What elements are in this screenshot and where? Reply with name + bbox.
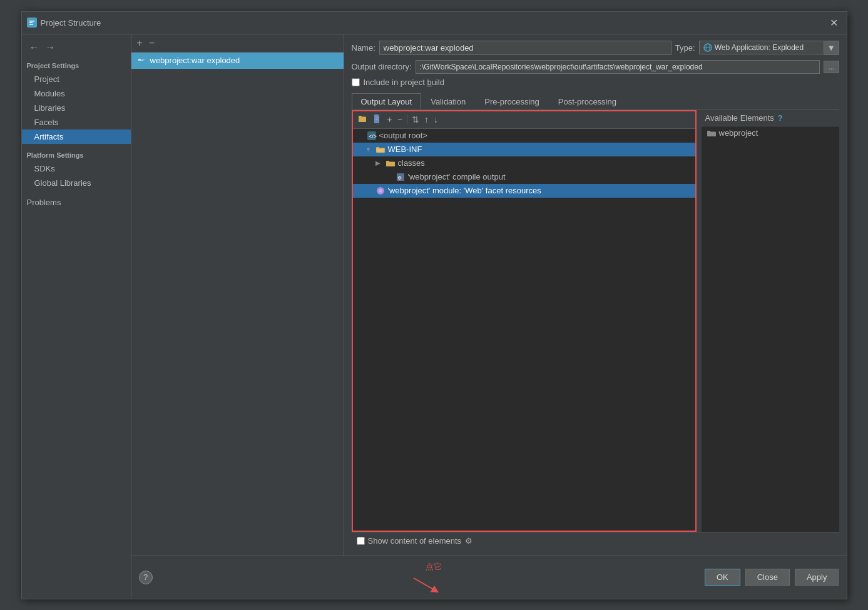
layout-up-btn[interactable]: ↑ [422,114,431,125]
output-root-icon: </> [367,131,377,141]
tree-item-classes[interactable]: ▶ classes [353,156,695,170]
available-elements-section: Available Elements ? webproject [702,110,839,532]
type-value: Web Application: Exploded [715,43,804,52]
available-elements-label: Available Elements [705,113,774,123]
nav-forward-button[interactable]: → [43,41,58,54]
include-in-build-checkbox[interactable] [352,78,360,86]
right-panel: + − webproject:war exploded [131,34,847,599]
sidebar-item-facets[interactable]: Facets [22,115,131,130]
footer: ? 点它 OK Close Ap [131,556,847,599]
tree-item-facet-label: 'webproject' module: 'Web' facet resourc… [388,186,541,195]
close-dialog-button[interactable]: Close [745,569,790,586]
sidebar: ← → Project Settings Project Modules Lib… [22,34,131,599]
details-panel: Name: Type: Web Application: Exploded [344,34,847,556]
tab-pre-processing[interactable]: Pre-processing [475,93,548,109]
sidebar-item-problems[interactable]: Problems [22,195,131,210]
footer-right: OK Close Apply [705,569,839,586]
name-row: Name: Type: Web Application: Exploded [352,41,839,55]
separator [407,114,407,125]
layout-down-btn[interactable]: ↓ [432,114,440,125]
sidebar-item-libraries[interactable]: Libraries [22,101,131,115]
war-exploded-icon [136,56,146,66]
output-dir-row: Output directory: ... [352,60,839,74]
tree-container: </> <output root> ▼ [353,129,695,531]
sidebar-item-artifacts[interactable]: Artifacts [22,130,131,144]
svg-text:⚙: ⚙ [397,175,402,181]
tree-arrow-classes: ▶ [375,160,383,166]
settings-icon[interactable]: ⚙ [465,536,472,546]
tree-item-classes-label: classes [398,158,425,168]
close-button[interactable]: ✕ [826,16,842,30]
show-content-checkbox[interactable] [357,537,365,545]
layout-file-btn[interactable] [370,113,384,126]
tree-item-output-root[interactable]: </> <output root> [353,129,695,143]
project-settings-label: Project Settings [22,57,131,72]
title-bar: Project Structure ✕ [22,12,847,34]
layout-sort-btn[interactable]: ⇅ [410,114,421,125]
platform-settings-label: Platform Settings [22,144,131,161]
artifact-list-section: + − webproject:war exploded [131,34,344,556]
sidebar-item-global-libraries[interactable]: Global Libraries [22,176,131,190]
tab-post-processing[interactable]: Post-processing [549,93,626,109]
svg-rect-13 [375,119,378,119]
svg-rect-5 [138,59,141,61]
include-in-build-label[interactable]: Include in project build [364,78,444,87]
folder-icon [385,158,396,168]
output-dir-label: Output directory: [352,62,412,71]
tree-item-compile-output[interactable]: ⚙ 'webproject' compile output [353,170,695,184]
layout-folder-btn[interactable] [355,113,369,126]
help-button[interactable]: ? [139,571,153,584]
ok-button[interactable]: OK [705,569,740,586]
tabs-bar: Output Layout Validation Pre-processing … [352,93,839,110]
available-folder-icon [707,128,717,138]
tree-item-webinf-label: WEB-INF [388,145,422,154]
bottom-area: Show content of elements ⚙ [352,532,839,549]
name-input[interactable] [379,41,671,55]
svg-rect-12 [375,118,379,118]
tree-item-webinf[interactable]: ▼ WEB-INF [353,143,695,156]
available-item-webproject[interactable]: webproject [702,126,839,140]
remove-artifact-button[interactable]: − [147,37,156,49]
layout-add-btn[interactable]: + [385,114,394,125]
layout-remove-btn[interactable]: − [396,114,404,125]
web-app-icon [703,43,712,52]
annotation-arrow [411,575,442,594]
output-dir-browse-button[interactable]: ... [824,61,839,73]
svg-rect-7 [141,60,143,61]
apply-button[interactable]: Apply [795,569,839,586]
project-structure-dialog: Project Structure ✕ ← → Project Settings… [21,11,847,599]
compile-output-icon: ⚙ [396,172,406,182]
layout-tree-section: + − ⇅ ↑ ↓ [352,110,697,532]
facet-resources-icon [375,186,385,196]
show-content-label[interactable]: Show content of elements [368,536,462,546]
tree-item-facet-resources[interactable]: 'webproject' module: 'Web' facet resourc… [353,184,695,198]
nav-back-button[interactable]: ← [27,41,42,54]
sidebar-item-modules[interactable]: Modules [22,86,131,101]
main-content: ← → Project Settings Project Modules Lib… [22,34,847,599]
available-item-label: webproject [719,128,758,138]
tree-arrow-webinf: ▼ [365,146,373,153]
svg-point-19 [379,189,382,193]
tree-item-compile-label: 'webproject' compile output [408,172,506,181]
annotation-area: 点它 [411,561,442,594]
folder-open-icon [375,145,385,155]
title-bar-icon [27,18,37,28]
tab-validation[interactable]: Validation [421,93,475,109]
add-artifact-button[interactable]: + [135,37,145,49]
title-bar-title: Project Structure [41,18,822,28]
artifact-item-webproject[interactable]: webproject:war exploded [131,53,344,69]
tab-output-layout[interactable]: Output Layout [352,93,422,109]
available-elements-header: Available Elements ? [702,110,839,126]
output-dir-input[interactable] [416,60,820,74]
sidebar-item-project[interactable]: Project [22,72,131,86]
type-select[interactable]: Web Application: Exploded [699,41,824,54]
svg-rect-2 [29,23,33,24]
sidebar-item-sdks[interactable]: SDKs [22,161,131,176]
name-label: Name: [352,43,375,53]
available-help-button[interactable]: ? [778,113,783,123]
available-tree: webproject [702,126,839,532]
type-dropdown-arrow[interactable]: ▼ [824,41,839,55]
annotation-text: 点它 [426,561,442,572]
artifact-item-label: webproject:war exploded [150,56,240,65]
artifact-toolbar: + − [131,34,344,53]
